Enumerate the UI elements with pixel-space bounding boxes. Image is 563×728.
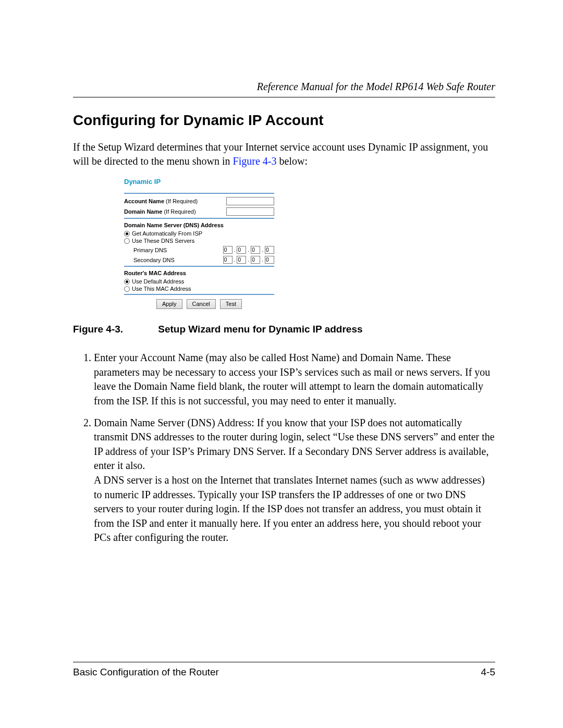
account-name-label: Account Name (If Required) [124,198,198,204]
cancel-button[interactable]: Cancel [187,299,216,309]
mac-default-label: Use Default Address [132,278,184,285]
step-list: Enter your Account Name (may also be cal… [73,351,495,545]
ip-octet[interactable]: 0 [265,256,274,264]
radio-icon [124,279,130,285]
panel-sep-1 [124,193,274,194]
mac-manual-option[interactable]: Use This MAC Address [124,286,274,292]
panel-sep-2 [124,218,274,219]
ip-octet[interactable]: 0 [265,246,274,254]
footer-rule [73,662,495,662]
secondary-dns-input[interactable]: 0. 0. 0. 0 [223,256,274,264]
ip-octet[interactable]: 0 [251,246,260,254]
dns-manual-option[interactable]: Use These DNS Servers [124,238,274,244]
ip-octet[interactable]: 0 [223,256,232,264]
mac-default-option[interactable]: Use Default Address [124,278,274,285]
dns-manual-label: Use These DNS Servers [132,238,194,244]
secondary-dns-row: Secondary DNS 0. 0. 0. 0 [133,256,274,264]
mac-heading: Router's MAC Address [124,270,274,276]
ip-octet[interactable]: 0 [237,256,246,264]
secondary-dns-label: Secondary DNS [133,257,175,263]
footer-page-number: 4-5 [481,667,495,678]
mac-manual-label: Use This MAC Address [132,286,191,292]
running-header: Reference Manual for the Model RP614 Web… [73,81,495,93]
page: Reference Manual for the Model RP614 Web… [0,0,563,728]
radio-icon [124,238,130,244]
domain-name-input[interactable] [226,207,274,216]
dns-heading: Domain Name Server (DNS) Address [124,222,274,228]
dns-auto-label: Get Automatically From ISP [132,230,202,237]
header-rule [73,97,495,97]
panel-sep-4 [124,294,274,295]
footer-section-name: Basic Configuration of the Router [73,667,219,678]
primary-dns-input[interactable]: 0. 0. 0. 0 [223,246,274,254]
radio-icon [124,286,130,292]
figure-4-3: Dynamic IP Account Name (If Required) Do… [124,178,495,309]
primary-dns-label: Primary DNS [133,247,167,253]
step-2-text: Domain Name Server (DNS) Address: If you… [94,416,495,473]
figure-number: Figure 4-3. [73,324,155,335]
dns-auto-option[interactable]: Get Automatically From ISP [124,230,274,237]
panel-title: Dynamic IP [124,178,274,186]
ip-octet[interactable]: 0 [237,246,246,254]
panel-button-row: Apply Cancel Test [124,299,274,309]
step-1: Enter your Account Name (may also be cal… [94,351,495,408]
apply-button[interactable]: Apply [156,299,182,309]
domain-name-label: Domain Name (If Required) [124,208,196,215]
dynamic-ip-panel: Dynamic IP Account Name (If Required) Do… [124,178,274,309]
section-heading: Configuring for Dynamic IP Account [73,112,495,129]
panel-sep-3 [124,266,274,267]
figure-crossref[interactable]: Figure 4-3 [233,155,277,167]
test-button[interactable]: Test [220,299,242,309]
step-1-text: Enter your Account Name (may also be cal… [94,351,495,408]
page-footer: Basic Configuration of the Router 4-5 [73,662,495,678]
account-name-row: Account Name (If Required) [124,197,274,205]
account-name-input[interactable] [226,197,274,205]
intro-paragraph: If the Setup Wizard determines that your… [73,140,495,168]
figure-caption: Figure 4-3. Setup Wizard menu for Dynami… [73,324,495,335]
ip-octet[interactable]: 0 [251,256,260,264]
step-2: Domain Name Server (DNS) Address: If you… [94,416,495,545]
figure-caption-text: Setup Wizard menu for Dynamic IP address [158,324,362,335]
intro-text-after: below: [277,155,308,167]
primary-dns-row: Primary DNS 0. 0. 0. 0 [133,246,274,254]
ip-octet[interactable]: 0 [223,246,232,254]
domain-name-row: Domain Name (If Required) [124,207,274,216]
radio-icon [124,231,130,237]
step-2-subparagraph: A DNS server is a host on the Internet t… [94,473,495,545]
